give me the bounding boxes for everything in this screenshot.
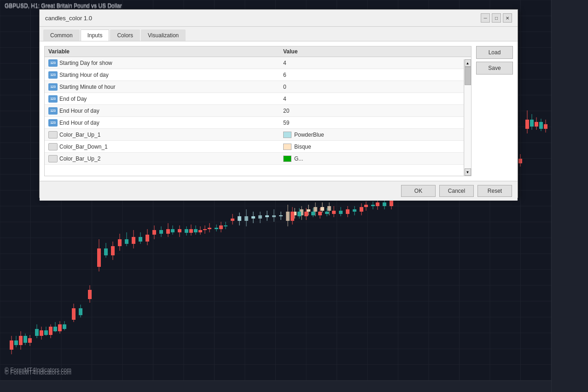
row-value-cell: 4 bbox=[283, 96, 467, 102]
table-header: Variable Value bbox=[45, 46, 471, 57]
table-body: 123Starting Day for show4123Starting Hou… bbox=[45, 57, 471, 173]
row-variable-label: Starting Minute of hour bbox=[59, 84, 283, 90]
header-value: Value bbox=[283, 48, 467, 55]
table-row[interactable]: 123Starting Hour of day6 bbox=[45, 69, 471, 81]
tab-bar: Common Inputs Colors Visualization bbox=[40, 27, 518, 41]
color-icon bbox=[48, 143, 58, 150]
tab-inputs[interactable]: Inputs bbox=[81, 29, 110, 41]
row-variable-label: End Hour of day bbox=[59, 120, 283, 126]
row-variable-label: Color_Bar_Up_1 bbox=[59, 132, 283, 138]
time-axis bbox=[0, 380, 551, 392]
scrollbar-down-button[interactable]: ▼ bbox=[465, 168, 471, 176]
chart-title: GBPUSD, H1: Great Britain Pound vs US Do… bbox=[5, 2, 122, 9]
dialog-title: candles_color 1.0 bbox=[45, 15, 92, 22]
table-row[interactable]: Color_Bar_Up_2G... bbox=[45, 153, 471, 165]
color-icon bbox=[48, 131, 58, 138]
table-row[interactable]: 123Starting Day for show4 bbox=[45, 57, 471, 69]
save-button[interactable]: Save bbox=[476, 62, 513, 75]
table-row[interactable]: Color_Bar_Down_1Bisque bbox=[45, 141, 471, 153]
color-icon bbox=[48, 155, 58, 162]
row-variable-label: Color_Bar_Down_1 bbox=[59, 144, 283, 150]
row-value-cell: 4 bbox=[283, 60, 467, 66]
row-value-cell: Bisque bbox=[283, 144, 467, 150]
number-icon: 123 bbox=[48, 95, 58, 103]
number-icon: 123 bbox=[48, 119, 58, 127]
dialog-controls: ─ □ ✕ bbox=[481, 13, 512, 23]
row-variable-label: Starting Hour of day bbox=[59, 72, 283, 78]
row-value-text: 59 bbox=[283, 120, 289, 126]
tab-common[interactable]: Common bbox=[43, 29, 80, 41]
color-swatch bbox=[283, 156, 291, 162]
number-icon: 123 bbox=[48, 107, 58, 115]
row-value-text: 20 bbox=[283, 108, 289, 114]
color-swatch bbox=[283, 132, 291, 138]
row-value-text: 4 bbox=[283, 60, 286, 66]
scrollbar-track[interactable] bbox=[465, 67, 471, 176]
table-scrollbar[interactable]: ▲ ▼ bbox=[464, 59, 471, 176]
row-value-cell: PowderBlue bbox=[283, 132, 467, 138]
reset-button[interactable]: Reset bbox=[477, 185, 512, 197]
price-axis bbox=[551, 0, 588, 392]
row-value-text: 6 bbox=[283, 72, 286, 78]
number-icon: 123 bbox=[48, 83, 58, 91]
row-value-text: 4 bbox=[283, 96, 286, 102]
number-icon: 123 bbox=[48, 71, 58, 79]
row-value-text: Bisque bbox=[294, 144, 311, 150]
right-buttons: Load Save bbox=[476, 46, 513, 176]
header-variable: Variable bbox=[48, 48, 283, 55]
restore-button[interactable]: □ bbox=[492, 13, 501, 23]
row-variable-label: End Hour of day bbox=[59, 108, 283, 114]
table-row[interactable]: 123End of Day4 bbox=[45, 93, 471, 105]
table-row[interactable]: Color_Bar_Up_1PowderBlue bbox=[45, 129, 471, 141]
row-variable-label: Starting Day for show bbox=[59, 60, 283, 66]
row-value-cell: 59 bbox=[283, 120, 467, 126]
load-button[interactable]: Load bbox=[476, 46, 513, 59]
table-row[interactable]: 123End Hour of day20 bbox=[45, 105, 471, 117]
dialog-footer: OK Cancel Reset bbox=[40, 181, 518, 201]
minimize-button[interactable]: ─ bbox=[481, 13, 490, 23]
dialog-content: Variable Value 123Starting Day for show4… bbox=[40, 41, 518, 181]
row-variable-label: End of Day bbox=[59, 96, 283, 102]
ok-button[interactable]: OK bbox=[401, 185, 436, 197]
row-value-cell: G... bbox=[283, 156, 467, 162]
row-value-cell: 0 bbox=[283, 84, 467, 90]
row-value-text: PowderBlue bbox=[294, 132, 324, 138]
scrollbar-up-button[interactable]: ▲ bbox=[465, 59, 471, 67]
number-icon: 123 bbox=[48, 59, 58, 67]
cancel-button[interactable]: Cancel bbox=[439, 185, 474, 197]
tab-visualization[interactable]: Visualization bbox=[141, 29, 186, 41]
row-value-cell: 6 bbox=[283, 72, 467, 78]
tab-colors[interactable]: Colors bbox=[110, 29, 140, 41]
row-value-cell: 20 bbox=[283, 108, 467, 114]
dialog: candles_color 1.0 ─ □ ✕ Common Inputs Co… bbox=[39, 9, 518, 198]
scrollbar-thumb[interactable] bbox=[465, 67, 471, 85]
row-variable-label: Color_Bar_Up_2 bbox=[59, 156, 283, 162]
row-value-text: G... bbox=[294, 156, 303, 162]
row-value-text: 0 bbox=[283, 84, 286, 90]
dialog-titlebar: candles_color 1.0 ─ □ ✕ bbox=[40, 10, 518, 27]
table-area: Variable Value 123Starting Day for show4… bbox=[44, 46, 472, 176]
table-row[interactable]: 123Starting Minute of hour0 bbox=[45, 81, 471, 93]
watermark: © ForexMT4Indicators.com bbox=[5, 369, 71, 376]
table-row[interactable]: 123End Hour of day59 bbox=[45, 117, 471, 129]
color-swatch bbox=[283, 144, 291, 150]
close-button[interactable]: ✕ bbox=[503, 13, 512, 23]
